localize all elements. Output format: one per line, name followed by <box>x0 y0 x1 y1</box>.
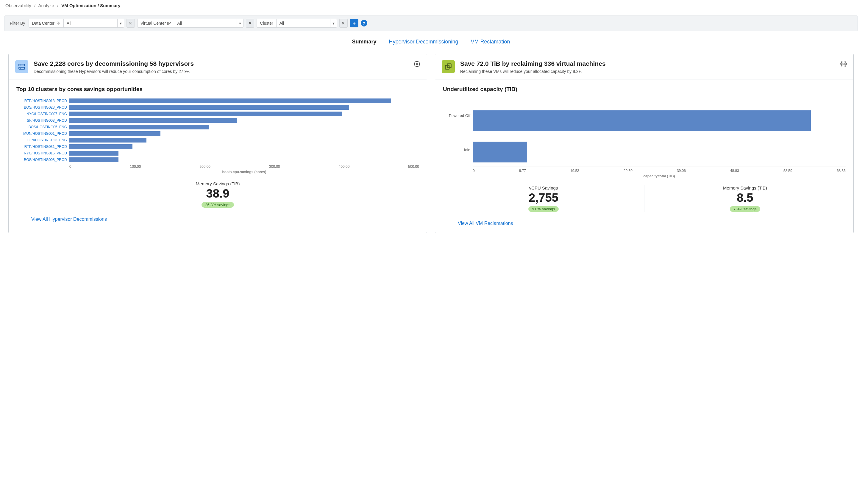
filter-vc-value: All <box>174 19 237 27</box>
chart-title: Top 10 clusters by cores savings opportu… <box>16 86 419 93</box>
tick: 400.00 <box>339 164 350 169</box>
close-icon: ✕ <box>248 21 252 26</box>
stat-badge: 7.9% savings <box>730 206 760 212</box>
stat-badge: 9.0% savings <box>528 206 558 212</box>
bar <box>69 98 391 103</box>
svg-point-2 <box>20 65 20 65</box>
bar-row: BOS/HOSTING008_PROD <box>16 157 419 162</box>
view-all-hypervisor-link[interactable]: View All Hypervisor Decommissions <box>9 210 427 228</box>
tab-vm-reclamation[interactable]: VM Reclamation <box>471 39 510 47</box>
tick: 58.59 <box>783 169 792 173</box>
stat-label: vCPU Savings <box>449 185 638 190</box>
bar-category[interactable]: NYC/HOSTING015_PROD <box>16 151 67 155</box>
add-filter-button[interactable]: + <box>350 19 358 27</box>
chevron-down-icon[interactable]: ▾ <box>237 19 243 27</box>
help-icon[interactable]: ? <box>361 20 367 26</box>
bar-category[interactable]: BOS/HOSTING008_PROD <box>16 158 67 162</box>
tick: 48.83 <box>730 169 739 173</box>
breadcrumb-sep: / <box>34 3 36 8</box>
filter-label: Filter By <box>10 21 25 26</box>
chart-x-axis-label: hosts.cpu.savings (cores) <box>16 170 419 174</box>
filter-cluster-label: Cluster <box>257 19 276 27</box>
filter-bar: Filter By Data Center All ▾ ✕ Virtual Ce… <box>4 15 858 31</box>
tick: 500.00 <box>408 164 419 169</box>
filter-vc-remove[interactable]: ✕ <box>246 19 254 28</box>
filter-cluster[interactable]: Cluster All ▾ <box>257 19 337 28</box>
filter-virtual-center[interactable]: Virtual Center IP All ▾ <box>137 19 244 28</box>
filter-cluster-value: All <box>276 19 330 27</box>
tick: 68.36 <box>837 169 846 173</box>
svg-point-7 <box>843 63 845 65</box>
chart-x-axis-ticks: 0100.00200.00300.00400.00500.00 <box>69 164 419 169</box>
chart-title: Underutilized capacity (TiB) <box>443 86 846 93</box>
chevron-down-icon[interactable]: ▾ <box>330 19 337 27</box>
breadcrumb: Observability / Analyze / VM Optimizatio… <box>0 0 862 11</box>
close-icon: ✕ <box>129 21 132 26</box>
svg-point-3 <box>20 68 20 68</box>
bar-row: RTP/HOSTING031_PROD <box>16 144 419 149</box>
gear-icon[interactable] <box>414 61 420 67</box>
stat-label: Memory Savings (TiB) <box>650 185 840 190</box>
bar-category[interactable]: SF/HOSTING003_PROD <box>16 118 67 122</box>
tick: 0 <box>69 164 71 169</box>
filter-datacenter-remove[interactable]: ✕ <box>127 19 135 28</box>
bar-row: LON/HOSTING023_ENG <box>16 138 419 143</box>
filter-datacenter[interactable]: Data Center All ▾ <box>29 19 124 28</box>
bar-category: Powered Off <box>443 114 470 118</box>
bar-category[interactable]: LON/HOSTING023_ENG <box>16 138 67 142</box>
bar-category: Idle <box>443 148 470 152</box>
bar-category[interactable]: MUN/HOSTING001_PROD <box>16 132 67 136</box>
bar-row: BOS/HOSTING05_ENG <box>16 125 419 130</box>
filter-cluster-remove[interactable]: ✕ <box>339 19 348 28</box>
tick: 0 <box>473 169 475 173</box>
tick: 100.00 <box>130 164 141 169</box>
panel-subtitle: Decommissioning these Hypervisors will r… <box>34 69 408 74</box>
view-all-vm-reclamations-link[interactable]: View All VM Reclamations <box>435 214 853 233</box>
chart-x-axis-label: capacity.total (TiB) <box>443 174 846 178</box>
stat-label: Memory Savings (TiB) <box>22 181 413 186</box>
bar <box>69 144 132 149</box>
crumb-analyze[interactable]: Analyze <box>38 3 54 8</box>
stat-value: 2,755 <box>449 191 638 204</box>
rack-icon <box>15 60 28 73</box>
crumb-current: VM Optimization / Summary <box>61 3 120 8</box>
stat-value: 38.9 <box>22 187 413 200</box>
gear-icon[interactable] <box>840 61 847 67</box>
stat-memory-savings: Memory Savings (TiB) 38.9 26.8% savings <box>16 181 419 208</box>
bar-category[interactable]: RTP/HOSTING013_PROD <box>16 99 67 103</box>
chart-underutilized: Powered OffIdle <box>443 98 846 167</box>
bar <box>69 105 349 110</box>
bar-row: NYC/HOSTING007_ENG <box>16 111 419 116</box>
bar <box>69 125 209 130</box>
bar-row: RTP/HOSTING013_PROD <box>16 98 419 103</box>
bar-row: SF/HOSTING003_PROD <box>16 118 419 123</box>
bar-category[interactable]: BOS/HOSTING05_ENG <box>16 125 67 129</box>
reclaim-icon <box>442 60 455 73</box>
tag-icon <box>56 21 61 25</box>
bar-category[interactable]: RTP/HOSTING031_PROD <box>16 145 67 149</box>
tab-summary[interactable]: Summary <box>352 39 376 47</box>
tick: 9.77 <box>519 169 526 173</box>
bar <box>69 138 146 143</box>
crumb-observability[interactable]: Observability <box>5 3 31 8</box>
svg-point-4 <box>416 63 418 65</box>
bar <box>69 151 118 156</box>
bar <box>473 110 811 131</box>
bar-category[interactable]: BOS/HOSTING023_PROD <box>16 105 67 109</box>
chevron-down-icon[interactable]: ▾ <box>117 19 124 27</box>
bar <box>69 157 118 162</box>
filter-datacenter-label: Data Center <box>29 19 63 27</box>
bar <box>69 131 160 136</box>
panel-title: Save 72.0 TiB by reclaiming 336 virtual … <box>460 60 835 67</box>
bar <box>69 118 237 123</box>
stat-vcpu-savings: vCPU Savings 2,755 9.0% savings <box>443 185 644 212</box>
panel-title: Save 2,228 cores by decommissioning 58 h… <box>34 60 408 67</box>
panel-hypervisor-savings: Save 2,228 cores by decommissioning 58 h… <box>8 54 427 233</box>
chart-clusters-bars: RTP/HOSTING013_PRODBOS/HOSTING023_PRODNY… <box>16 98 419 162</box>
panel-subtitle: Reclaiming these VMs will reduce your al… <box>460 69 835 74</box>
tick: 300.00 <box>269 164 280 169</box>
bar-category[interactable]: NYC/HOSTING007_ENG <box>16 112 67 116</box>
tab-hypervisor-decommissioning[interactable]: Hypervisor Decommissioning <box>389 39 458 47</box>
stat-value: 8.5 <box>650 191 840 204</box>
tick: 200.00 <box>199 164 210 169</box>
